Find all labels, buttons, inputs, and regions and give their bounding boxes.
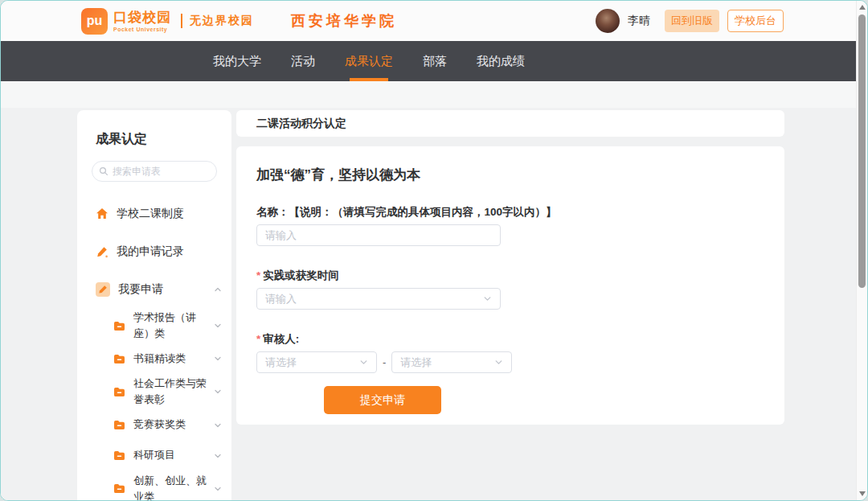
logo-divider [181, 14, 182, 28]
chevron-down-icon [214, 355, 222, 363]
submenu-item-innovation-entrepreneurship[interactable]: 创新、创业、就业类 [77, 471, 231, 500]
edit-square-icon [96, 282, 110, 297]
reviewer-select-end[interactable]: 请选择 [391, 351, 512, 373]
pencil-icon [96, 245, 108, 258]
sidebar-item-apply[interactable]: 我要申请 [77, 270, 231, 308]
top-header: pu 口袋校园 Pocket University 无边界校园 西安培华学院 李… [1, 1, 856, 41]
user-name[interactable]: 李晴 [628, 14, 650, 28]
submenu-item-label: 科研项目 [133, 447, 214, 463]
submenu-item-label: 社会工作类与荣誉表彰 [133, 376, 214, 408]
chevron-down-icon [214, 322, 222, 330]
submenu-item-research-projects[interactable]: 科研项目 [77, 441, 231, 471]
brand-slogan: 无边界校园 [190, 14, 254, 28]
chevron-down-icon [214, 452, 222, 460]
scroll-down-arrow-icon[interactable] [859, 491, 866, 496]
range-separator: - [383, 356, 386, 368]
brand-subtitle: Pocket University [113, 27, 171, 32]
chevron-down-icon [494, 358, 503, 367]
content-header: 二课活动积分认定 [236, 110, 784, 137]
chevron-down-icon [214, 421, 222, 429]
nav-item-my-university[interactable]: 我的大学 [211, 41, 263, 81]
required-marker: * [256, 269, 260, 281]
chevron-down-icon [214, 388, 222, 396]
sidebar-title: 成果认定 [96, 131, 231, 148]
submenu-item-label: 创新、创业、就业类 [133, 473, 214, 500]
search-icon [99, 166, 108, 176]
name-field-label: 名称：【说明：（请填写完成的具体项目内容，100字以内）】 [256, 205, 764, 220]
header-right: 李晴 回到旧版 学校后台 [596, 9, 784, 33]
home-icon [96, 207, 108, 220]
back-to-old-version-button[interactable]: 回到旧版 [665, 10, 719, 32]
required-marker: * [256, 333, 260, 345]
reviewer-select-row: 请选择 - 请选择 [256, 351, 764, 373]
time-select-placeholder: 请输入 [265, 292, 483, 306]
submenu-item-social-work-honors[interactable]: 社会工作类与荣誉表彰 [77, 374, 231, 409]
sidebar-item-label: 我的申请记录 [117, 244, 222, 259]
chevron-up-icon [214, 285, 222, 294]
folder-minus-icon [113, 420, 125, 430]
folder-minus-icon [113, 450, 125, 461]
reviewer-end-placeholder: 请选择 [400, 355, 494, 370]
folder-minus-icon [113, 354, 125, 364]
nav-item-activities[interactable]: 活动 [289, 41, 317, 81]
reviewer-select-start[interactable]: 请选择 [256, 351, 377, 373]
submenu-item-competition-awards[interactable]: 竞赛获奖类 [77, 410, 231, 441]
time-select[interactable]: 请输入 [256, 288, 501, 310]
school-admin-button[interactable]: 学校后台 [727, 10, 784, 32]
sidebar-search[interactable] [92, 161, 217, 182]
submenu-item-label: 学术报告（讲座）类 [133, 310, 214, 342]
scrollbar-thumb[interactable] [858, 14, 866, 288]
submenu-item-label: 书籍精读类 [133, 351, 214, 367]
sidebar-menu: 学校二课制度 我的申请记录 我要申请 [77, 195, 231, 308]
sidebar-submenu: 学术报告（讲座）类 书籍精读类 [77, 308, 231, 500]
sidebar-item-label: 学校二课制度 [117, 207, 222, 221]
chevron-down-icon [214, 485, 222, 493]
name-input[interactable] [256, 224, 501, 246]
chevron-down-icon [483, 294, 492, 303]
reviewer-start-placeholder: 请选择 [265, 355, 359, 370]
time-field-label: *实践或获奖时间 [256, 269, 764, 283]
nav-item-achievement-recognition[interactable]: 成果认定 [343, 41, 395, 81]
folder-minus-icon [113, 483, 125, 494]
page-title: 二课活动积分认定 [256, 117, 346, 131]
app-window: pu 口袋校园 Pocket University 无边界校园 西安培华学院 李… [0, 0, 868, 501]
sidebar-item-school-system[interactable]: 学校二课制度 [77, 195, 231, 232]
search-input[interactable] [113, 166, 210, 177]
submenu-item-label: 竞赛获奖类 [133, 417, 214, 433]
vertical-scrollbar[interactable] [856, 1, 867, 500]
submenu-item-book-reading[interactable]: 书籍精读类 [77, 343, 231, 374]
main-nav: 我的大学 活动 成果认定 部落 我的成绩 [1, 41, 856, 81]
pocket-university-logo-icon[interactable]: pu [81, 8, 108, 35]
chevron-down-icon [359, 358, 368, 367]
school-name: 西安培华学院 [291, 11, 397, 31]
scroll-up-arrow-icon[interactable] [859, 5, 866, 10]
application-form-card: 加强“德”育，坚持以德为本 名称：【说明：（请填写完成的具体项目内容，100字以… [236, 146, 784, 425]
page-body: 成果认定 学校二课制度 我的申请记录 [1, 81, 856, 500]
submit-application-button[interactable]: 提交申请 [324, 386, 441, 414]
nav-item-tribe[interactable]: 部落 [421, 41, 448, 81]
reviewer-field-label: *审核人: [256, 332, 764, 347]
folder-minus-icon [113, 321, 125, 331]
user-avatar[interactable] [596, 9, 620, 33]
submenu-item-academic-lectures[interactable]: 学术报告（讲座）类 [77, 308, 231, 343]
form-title: 加强“德”育，坚持以德为本 [256, 166, 764, 184]
sidebar-item-my-applications[interactable]: 我的申请记录 [77, 232, 231, 270]
brand-name: 口袋校园 [113, 10, 171, 24]
folder-minus-icon [113, 387, 125, 397]
sidebar-item-label: 我要申请 [118, 282, 214, 297]
sidebar: 成果认定 学校二课制度 我的申请记录 [77, 110, 231, 500]
nav-item-my-grades[interactable]: 我的成绩 [475, 41, 526, 81]
brand-block: 口袋校园 Pocket University [113, 10, 171, 32]
